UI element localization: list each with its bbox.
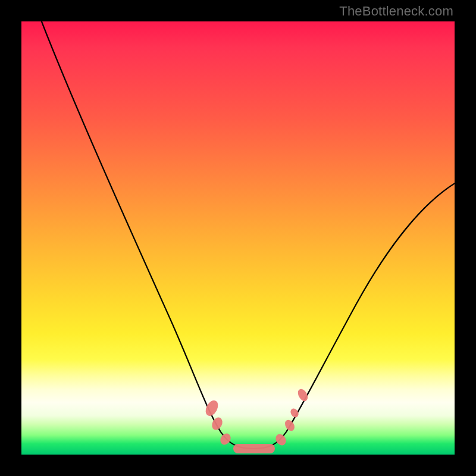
marker-dot <box>289 407 300 419</box>
chart-frame: TheBottleneck.com <box>0 0 476 476</box>
marker-dot <box>210 416 224 432</box>
marker-pill <box>233 444 275 453</box>
marker-dot <box>283 418 296 433</box>
bottleneck-curve <box>39 15 459 449</box>
chart-svg <box>21 21 455 455</box>
marker-dot <box>274 432 289 447</box>
plot-area <box>21 21 455 455</box>
marker-dot <box>218 431 233 447</box>
watermark-text: TheBottleneck.com <box>339 4 453 19</box>
